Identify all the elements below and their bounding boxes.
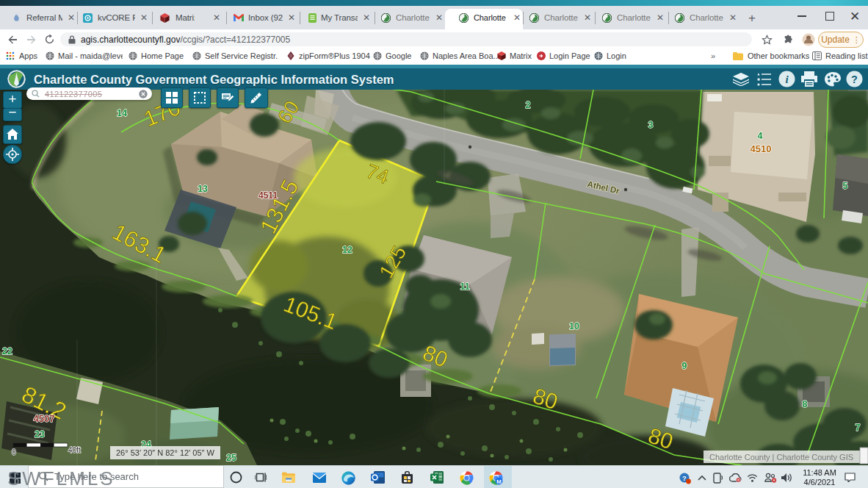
svg-text:3: 3 (648, 120, 654, 130)
svg-text:23: 23 (35, 429, 45, 439)
svg-text:12: 12 (342, 245, 352, 255)
svg-text:13: 13 (198, 184, 208, 194)
svg-text:Charlotte County | Charlotte C: Charlotte County | Charlotte County GIS (709, 453, 853, 462)
svg-text:40ft: 40ft (68, 446, 81, 454)
svg-text:5: 5 (843, 181, 848, 191)
svg-text:?: ? (682, 474, 687, 482)
svg-text:2: 2 (526, 100, 531, 110)
svg-text:26° 53′ 20″ N 82° 12′ 05″ W: 26° 53′ 20″ N 82° 12′ 05″ W (116, 448, 214, 457)
svg-text:10: 10 (569, 321, 579, 331)
svg-text:22: 22 (2, 346, 12, 356)
svg-text:M: M (496, 478, 502, 485)
svg-text:9: 9 (682, 361, 687, 371)
svg-text:11: 11 (460, 281, 469, 292)
svg-text:8: 8 (803, 399, 808, 409)
svg-text:4511: 4511 (258, 190, 278, 201)
svg-text:7: 7 (856, 423, 861, 433)
svg-text:4510: 4510 (751, 143, 772, 154)
svg-text:?: ? (851, 73, 858, 85)
svg-text:4: 4 (758, 131, 763, 141)
svg-text:14: 14 (117, 108, 127, 118)
svg-text:4507: 4507 (34, 413, 55, 424)
svg-text:0: 0 (12, 448, 16, 456)
svg-text:25: 25 (226, 453, 236, 463)
